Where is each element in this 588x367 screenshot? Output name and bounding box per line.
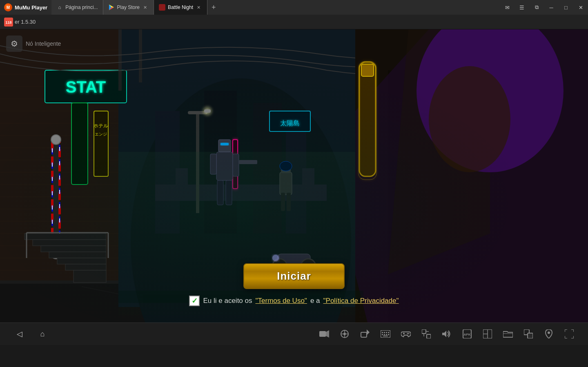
terms-row: ✓ Eu li e aceito os "Termos de Uso" e a … [189,296,399,306]
home-tab-icon: ⌂ [56,4,63,11]
tab-battlenight[interactable]: Battle Night ✕ [154,0,207,15]
svg-marker-105 [326,330,329,338]
multi-window-icon[interactable] [522,327,535,340]
game-area: STAT ONYX ホテル [0,29,588,323]
svg-rect-112 [381,330,390,338]
svg-text:APK: APK [464,333,471,336]
video-record-icon[interactable] [318,327,331,340]
svg-rect-116 [388,332,389,333]
game-bottom-ui: Iniciar ✓ Eu li e aceito os "Termos de U… [0,263,588,323]
battlenight-tab-icon [159,4,165,11]
home-button[interactable]: ⌂ [35,327,50,341]
share-icon[interactable] [359,327,372,340]
terms-connector: e a [310,297,320,305]
svg-rect-104 [319,331,326,337]
terms-prefix: Eu li e aceito os [203,297,252,305]
svg-rect-113 [382,332,383,333]
folder-icon[interactable] [501,327,514,340]
gamepad-icon[interactable] [399,327,412,340]
map-icon[interactable] [542,327,555,340]
svg-rect-118 [384,334,385,335]
resize-icon[interactable] [420,327,433,340]
fullscreen-icon[interactable] [563,327,576,340]
apk-icon[interactable]: APK [461,327,474,340]
nav-left-controls: ◁ ⌂ [12,327,50,341]
minimize-button[interactable]: ─ [544,0,559,15]
svg-rect-127 [427,334,431,338]
playstore-tab-icon [108,4,115,11]
version-info: 118 er 1.5.30 [4,18,36,27]
mumu-logo-icon: M [4,3,12,11]
maximize-button[interactable]: □ [559,0,573,15]
version-icon: 118 [4,18,13,27]
tab-home-label: Página princi... [65,4,98,10]
svg-rect-121 [383,336,388,336]
keyboard-icon[interactable] [379,327,392,340]
svg-rect-114 [384,332,385,333]
privacy-policy-link[interactable]: "Política de Privacidade" [323,297,399,305]
svg-marker-130 [442,331,446,337]
tabs-area: ⌂ Página princi... Play Store ✕ Battle N… [51,0,500,15]
menu-button[interactable]: ☰ [514,0,529,15]
tab-playstore-label: Play Store [117,4,140,10]
back-button[interactable]: ◁ [12,327,27,341]
tab-home[interactable]: ⌂ Página princi... [51,0,103,15]
tab-battlenight-label: Battle Night [168,4,193,10]
tab-add-button[interactable]: + [207,0,220,15]
svg-rect-115 [386,332,387,333]
svg-marker-111 [367,329,370,335]
version-text: er 1.5.30 [15,19,36,25]
start-button[interactable]: Iniciar [243,263,345,289]
window-controls: ✉ ☰ ⧉ ─ □ ✕ [500,0,588,15]
svg-rect-110 [361,332,367,337]
svg-point-139 [548,331,550,334]
svg-rect-120 [388,334,389,335]
tab-playstore-close[interactable]: ✕ [142,4,149,11]
svg-point-125 [408,333,410,334]
terms-of-use-link[interactable]: "Termos de Uso" [255,297,307,305]
app-name: MuMu Player [15,4,47,11]
close-button[interactable]: ✕ [573,0,588,15]
location-icon[interactable] [338,327,351,340]
svg-rect-138 [528,333,533,338]
settings-button[interactable]: ⚙ [6,36,22,52]
svg-point-124 [407,333,408,334]
svg-rect-117 [382,334,383,335]
svg-text:118: 118 [5,20,11,24]
svg-rect-119 [386,334,387,335]
message-button[interactable]: ✉ [500,0,514,15]
smart-node-label: Nó Inteligente [26,40,61,47]
titlebar: M MuMu Player ⌂ Página princi... Play St… [0,0,588,15]
layout-icon[interactable] [481,327,494,340]
volume-icon[interactable] [440,327,453,340]
settings-area: ⚙ Nó Inteligente [6,36,61,52]
nav-center-tools: APK [318,327,576,340]
terms-checkbox[interactable]: ✓ [189,296,200,306]
tab-playstore[interactable]: Play Store ✕ [103,0,154,15]
app-logo: M MuMu Player [0,3,51,11]
svg-rect-126 [422,329,426,334]
svg-point-109 [343,333,346,335]
bottom-taskbar: ◁ ⌂ [0,323,588,345]
checkbox-checkmark: ✓ [192,296,198,305]
tab-battlenight-close[interactable]: ✕ [196,4,202,11]
restore-button[interactable]: ⧉ [529,0,544,15]
toolbar: 118 er 1.5.30 [0,15,588,29]
